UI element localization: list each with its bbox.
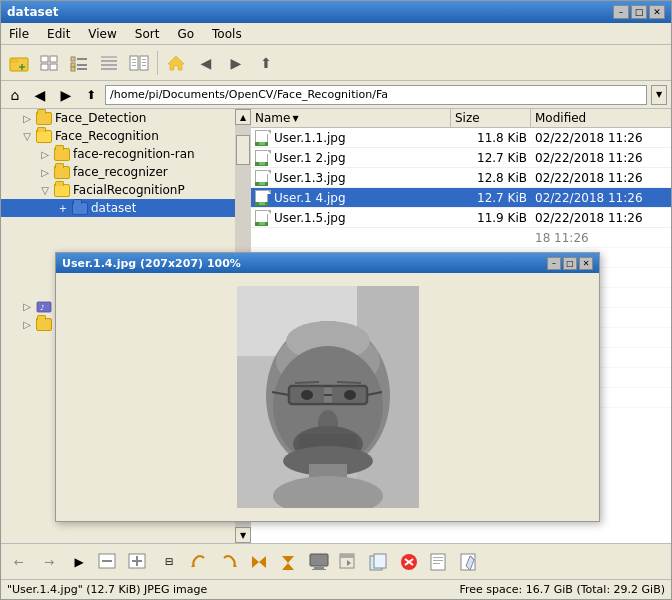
- svg-rect-3: [50, 56, 57, 62]
- bt-flip-h[interactable]: [245, 548, 273, 576]
- face-image: [237, 286, 419, 508]
- folder-icon: [53, 164, 71, 180]
- svg-rect-41: [374, 554, 386, 568]
- bt-delete[interactable]: [395, 548, 423, 576]
- bt-zoom-out[interactable]: [95, 548, 123, 576]
- bt-rotate-cw[interactable]: [215, 548, 243, 576]
- file-row[interactable]: 18 11:26: [251, 228, 671, 248]
- sidebar-item-dataset[interactable]: + dataset: [1, 199, 251, 217]
- tb-forward[interactable]: ▶: [222, 49, 250, 77]
- menu-edit[interactable]: Edit: [43, 26, 74, 42]
- address-input[interactable]: /home/pi/Documents/OpenCV/Face_Recogniti…: [105, 85, 647, 105]
- sidebar-item-label: Face_Detection: [55, 111, 146, 125]
- close-button[interactable]: ✕: [649, 5, 665, 19]
- col-modified-header[interactable]: Modified: [531, 109, 671, 127]
- menu-sort[interactable]: Sort: [131, 26, 164, 42]
- menu-go[interactable]: Go: [173, 26, 198, 42]
- bt-rotate-ccw[interactable]: [185, 548, 213, 576]
- maximize-button[interactable]: □: [631, 5, 647, 19]
- expand-icon[interactable]: ▷: [19, 319, 35, 330]
- bt-properties[interactable]: [425, 548, 453, 576]
- col-name-header[interactable]: Name ▼: [251, 109, 451, 127]
- image-viewer: User.1.4.jpg (207x207) 100% – □ ✕: [55, 252, 600, 522]
- expand-icon[interactable]: ▷: [19, 301, 35, 312]
- file-name-cell: User.1.3.jpg: [251, 170, 451, 186]
- jpg-icon: [255, 190, 271, 206]
- jpg-icon: [255, 170, 271, 186]
- scroll-up-button[interactable]: ▲: [235, 109, 251, 125]
- bt-fit[interactable]: ⊟: [155, 548, 183, 576]
- tb-separator-1: [157, 51, 158, 75]
- image-viewer-content: [56, 273, 599, 521]
- tb-view-list[interactable]: [65, 49, 93, 77]
- expand-icon[interactable]: ▷: [37, 167, 53, 178]
- menu-tools[interactable]: Tools: [208, 26, 246, 42]
- bt-forward[interactable]: →: [35, 548, 63, 576]
- tb-up[interactable]: ⬆: [252, 49, 280, 77]
- tb-new-folder[interactable]: [5, 49, 33, 77]
- addr-back-button[interactable]: ◀: [29, 84, 51, 106]
- expand-icon[interactable]: +: [55, 203, 71, 214]
- sidebar-item-facial-rec-p[interactable]: ▽ FacialRecognitionP: [1, 181, 251, 199]
- svg-rect-13: [101, 60, 117, 62]
- bt-flip-v[interactable]: [275, 548, 303, 576]
- menu-view[interactable]: View: [84, 26, 120, 42]
- file-row[interactable]: User.1.1.jpg 11.8 KiB 02/22/2018 11:26: [251, 128, 671, 148]
- expand-icon[interactable]: ▷: [19, 113, 35, 124]
- file-modified-cell: 02/22/2018 11:26: [531, 131, 671, 145]
- tb-view-details[interactable]: [95, 49, 123, 77]
- expand-icon[interactable]: ▷: [37, 149, 53, 160]
- minimize-button[interactable]: –: [613, 5, 629, 19]
- tb-view-compact[interactable]: [125, 49, 153, 77]
- svg-rect-10: [71, 67, 75, 71]
- svg-rect-19: [132, 65, 136, 66]
- col-size-header[interactable]: Size: [451, 109, 531, 127]
- bt-back[interactable]: ←: [5, 548, 33, 576]
- folder-icon: [53, 182, 71, 198]
- svg-rect-34: [310, 554, 328, 566]
- addr-home-button[interactable]: ⌂: [5, 85, 25, 105]
- file-row[interactable]: User.1.3.jpg 12.8 KiB 02/22/2018 11:26: [251, 168, 671, 188]
- file-size-cell: 11.9 KiB: [451, 211, 531, 225]
- iv-maximize-button[interactable]: □: [563, 257, 577, 270]
- bt-download[interactable]: [335, 548, 363, 576]
- svg-rect-22: [142, 62, 146, 63]
- tb-view-icons[interactable]: [35, 49, 63, 77]
- scroll-down-button[interactable]: ▼: [235, 527, 251, 543]
- file-size-cell: 12.7 KiB: [451, 151, 531, 165]
- addr-forward-button[interactable]: ▶: [55, 84, 77, 106]
- iv-minimize-button[interactable]: –: [547, 257, 561, 270]
- file-size-cell: 11.8 KiB: [451, 131, 531, 145]
- svg-text:♪: ♪: [40, 304, 44, 312]
- sidebar-item-face-rec-ran[interactable]: ▷ face-recognition-ran: [1, 145, 251, 163]
- tb-back[interactable]: ◀: [192, 49, 220, 77]
- jpg-icon: [255, 210, 271, 226]
- expand-icon[interactable]: ▽: [19, 131, 35, 142]
- sidebar-item-label: FacialRecognitionP: [73, 183, 185, 197]
- menu-file[interactable]: File: [5, 26, 33, 42]
- iv-close-button[interactable]: ✕: [579, 257, 593, 270]
- file-size-cell: 12.8 KiB: [451, 171, 531, 185]
- svg-rect-14: [101, 64, 117, 66]
- file-row-selected[interactable]: User.1 4.jpg 12.7 KiB 02/22/2018 11:26: [251, 188, 671, 208]
- tb-home[interactable]: [162, 49, 190, 77]
- sidebar-item-face-recognizer[interactable]: ▷ face_recognizer: [1, 163, 251, 181]
- bt-play[interactable]: ▶: [65, 548, 93, 576]
- bt-edit[interactable]: [455, 548, 483, 576]
- folder-icon: [35, 110, 53, 126]
- bt-copy-to[interactable]: [365, 548, 393, 576]
- sidebar-item-face-detection[interactable]: ▷ Face_Detection: [1, 109, 251, 127]
- file-row[interactable]: User.1 2.jpg 12.7 KiB 02/22/2018 11:26: [251, 148, 671, 168]
- svg-rect-2: [41, 56, 48, 62]
- expand-icon[interactable]: ▽: [37, 185, 53, 196]
- bt-monitor[interactable]: [305, 548, 333, 576]
- svg-rect-5: [50, 64, 57, 70]
- sidebar-item-label: Face_Recognition: [55, 129, 159, 143]
- sidebar-item-face-recognition[interactable]: ▽ Face_Recognition: [1, 127, 251, 145]
- svg-marker-38: [347, 560, 351, 566]
- addr-up-button[interactable]: ⬆: [81, 85, 101, 105]
- addr-dropdown-button[interactable]: ▼: [651, 85, 667, 105]
- file-row[interactable]: User.1.5.jpg 11.9 KiB 02/22/2018 11:26: [251, 208, 671, 228]
- svg-rect-8: [71, 63, 75, 67]
- bt-zoom-in[interactable]: [125, 548, 153, 576]
